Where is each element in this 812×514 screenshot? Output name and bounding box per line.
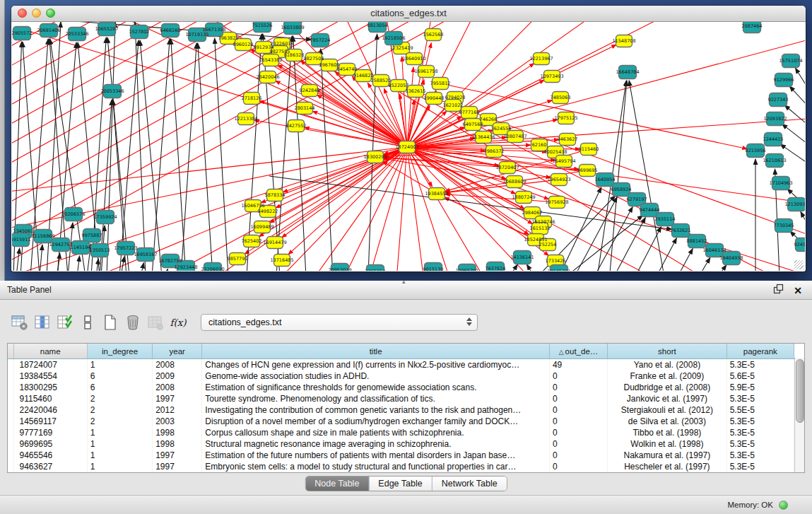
- link-edge[interactable]: [795, 68, 805, 91]
- link-edge[interactable]: [140, 40, 162, 271]
- show-column-icon[interactable]: [33, 312, 52, 333]
- column-header-in-degree[interactable]: in_degree: [87, 344, 152, 359]
- float-panel-icon[interactable]: [773, 284, 784, 297]
- node-label: 19384554: [425, 191, 448, 197]
- column-header-pagerank[interactable]: pagerank: [726, 344, 794, 359]
- node-label: 1244415: [763, 136, 784, 142]
- link-edge[interactable]: [215, 38, 228, 271]
- link-edge[interactable]: [801, 211, 805, 228]
- link-edge[interactable]: [699, 257, 710, 271]
- link-edge[interactable]: [77, 256, 80, 271]
- node-label: 1350513: [90, 247, 110, 253]
- table-selector-dropdown[interactable]: citations_edges.txt: [201, 314, 478, 331]
- node-label: 2087464: [742, 23, 763, 29]
- row-options-icon[interactable]: [78, 312, 98, 333]
- new-table-icon[interactable]: [100, 312, 120, 333]
- citation-edge[interactable]: [445, 194, 557, 202]
- node-label: 18640910: [402, 56, 425, 62]
- table-row[interactable]: 969969511998Structural magnetic resonanc…: [8, 438, 794, 450]
- table-row[interactable]: 946362711997Embryonic stem cells: a mode…: [8, 461, 794, 472]
- link-edge[interactable]: [629, 81, 664, 271]
- table-cell: 5.3E-5: [726, 393, 794, 404]
- node-label: 6466160: [160, 28, 181, 33]
- link-edge[interactable]: [784, 105, 805, 127]
- link-edge[interactable]: [526, 264, 534, 271]
- link-edge[interactable]: [135, 22, 146, 271]
- node-label: 11156869: [31, 233, 54, 239]
- network-window[interactable]: citations_edges.txt 18724007796382289601…: [11, 6, 806, 271]
- link-edge[interactable]: [96, 259, 98, 271]
- citation-edge[interactable]: [407, 147, 805, 271]
- column-header-out-degree[interactable]: △out_de…: [549, 344, 607, 359]
- select-column-icon[interactable]: [55, 312, 75, 333]
- link-edge[interactable]: [121, 257, 124, 271]
- link-edge[interactable]: [782, 124, 805, 146]
- node-label: 1621022: [443, 103, 464, 108]
- column-header-name[interactable]: name: [13, 344, 87, 359]
- link-edge[interactable]: [678, 249, 693, 271]
- window-edge-strip: [0, 0, 5, 281]
- table-cell: 1997: [153, 393, 202, 404]
- node-label: 16961758: [414, 69, 437, 74]
- citation-edge[interactable]: [276, 81, 407, 147]
- row-margin: [8, 461, 13, 472]
- tab-edge-table[interactable]: Edge Table: [369, 477, 432, 491]
- function-builder-icon[interactable]: f(x): [168, 312, 188, 333]
- table-row[interactable]: 1830029562008Estimation of significance …: [8, 382, 794, 393]
- link-edge[interactable]: [57, 42, 76, 271]
- network-graph[interactable]: 1872400779638228960128891293423226038982…: [12, 22, 805, 271]
- column-header-short[interactable]: short: [608, 344, 727, 359]
- table-cell: 5.6E-5: [726, 370, 794, 382]
- table-row[interactable]: 1872400712008Changes of HCN gene express…: [8, 359, 794, 371]
- table-cell: 5.3E-5: [726, 438, 794, 450]
- modify-table-icon[interactable]: [10, 312, 30, 333]
- minimize-window-button[interactable]: [32, 8, 41, 18]
- node-label: 17359924: [93, 214, 117, 220]
- table-row[interactable]: 1938455462009Genome-wide association stu…: [8, 370, 794, 382]
- table-cell: 5.5E-5: [726, 404, 794, 416]
- link-edge[interactable]: [16, 248, 20, 271]
- table-row[interactable]: 911546021997Tourette syndrome. Phenomeno…: [8, 393, 794, 404]
- citation-edge[interactable]: [12, 147, 407, 199]
- citation-edge[interactable]: [402, 57, 407, 147]
- zoom-window-button[interactable]: [46, 8, 55, 18]
- close-panel-icon[interactable]: ✕: [794, 285, 802, 296]
- column-header-year[interactable]: year: [153, 344, 202, 359]
- link-edge[interactable]: [510, 264, 517, 271]
- table-vertical-scrollbar[interactable]: [794, 358, 804, 472]
- table-row[interactable]: 2242004622012Investigating the contribut…: [8, 404, 794, 416]
- link-edge[interactable]: [119, 40, 139, 271]
- node-label: 9827508: [304, 56, 324, 62]
- citation-edge[interactable]: [407, 147, 805, 271]
- delete-table-icon[interactable]: [123, 312, 143, 333]
- citation-edge[interactable]: [282, 147, 407, 238]
- table-cell: 6: [87, 370, 152, 382]
- link-edge[interactable]: [293, 36, 306, 271]
- link-edge[interactable]: [141, 263, 143, 271]
- link-edge[interactable]: [181, 43, 196, 271]
- table-row[interactable]: 946554611997Estimation of the future num…: [8, 450, 794, 461]
- scrollbar-thumb[interactable]: [796, 359, 804, 423]
- table-row[interactable]: 1456911722003Disruption of a novel membe…: [8, 416, 794, 427]
- panel-divider-grip[interactable]: ▴: [402, 278, 406, 285]
- network-canvas[interactable]: 1872400779638228960128891293423226038982…: [12, 22, 805, 271]
- link-edge[interactable]: [657, 238, 676, 271]
- close-window-button[interactable]: [18, 8, 27, 18]
- link-edge[interactable]: [635, 227, 661, 271]
- link-edge[interactable]: [198, 43, 213, 271]
- sort-ascending-icon: △: [559, 349, 564, 356]
- link-edge[interactable]: [718, 265, 726, 271]
- network-window-titlebar[interactable]: citations_edges.txt: [11, 6, 806, 22]
- link-edge[interactable]: [263, 34, 280, 271]
- node-label: 12965301: [455, 268, 478, 271]
- window-resize-grip[interactable]: [794, 260, 804, 269]
- node-label: 20206576: [61, 211, 85, 217]
- tab-node-table[interactable]: Node Table: [305, 477, 369, 491]
- link-edge[interactable]: [107, 22, 115, 271]
- citation-edge[interactable]: [288, 147, 407, 255]
- link-edge[interactable]: [789, 86, 805, 108]
- table-row[interactable]: 977716911998Corpus callosum shape and si…: [8, 427, 794, 438]
- link-edge[interactable]: [165, 269, 167, 271]
- tab-network-table[interactable]: Network Table: [433, 477, 507, 491]
- column-header-title[interactable]: title: [202, 344, 550, 359]
